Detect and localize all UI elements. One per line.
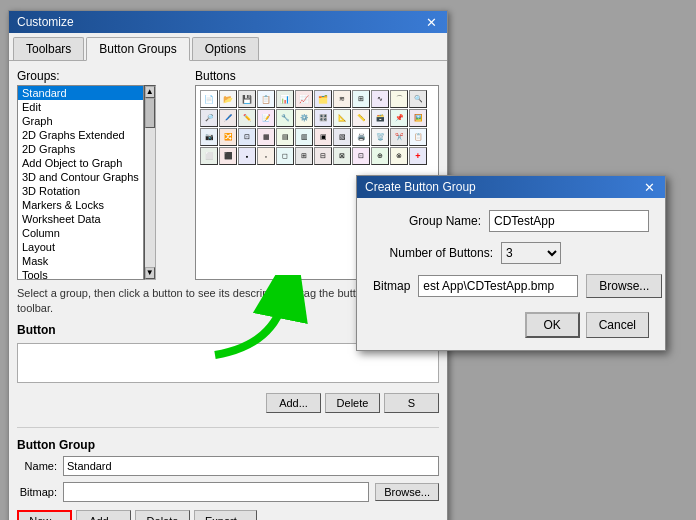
create-cancel-button[interactable]: Cancel <box>586 312 649 338</box>
toolbar-icon-21[interactable]: 📏 <box>352 109 370 127</box>
group-item-graph[interactable]: Graph <box>18 114 143 128</box>
toolbar-icon-42[interactable]: ⊞ <box>295 147 313 165</box>
toolbar-icon-40[interactable]: ▫ <box>257 147 275 165</box>
toolbar-icon-33[interactable]: 🖨️ <box>352 128 370 146</box>
group-item-add-object[interactable]: Add Object to Graph <box>18 156 143 170</box>
toolbar-icon-11[interactable]: ⌒ <box>390 90 408 108</box>
toolbar-icon-32[interactable]: ▧ <box>333 128 351 146</box>
toolbar-icon-35[interactable]: ✂️ <box>390 128 408 146</box>
group-item-markers[interactable]: Markers & Locks <box>18 198 143 212</box>
groups-listbox[interactable]: Standard Edit Graph 2D Graphs Extended 2… <box>17 85 144 280</box>
group-item-standard[interactable]: Standard <box>18 86 143 100</box>
toolbar-icon-13[interactable]: 🔎 <box>200 109 218 127</box>
toolbar-icon-43[interactable]: ⊟ <box>314 147 332 165</box>
delete-group-button[interactable]: Delete <box>135 510 190 520</box>
create-bitmap-input[interactable] <box>418 275 578 297</box>
toolbar-icon-6[interactable]: 📈 <box>295 90 313 108</box>
toolbar-icon-26[interactable]: 🔀 <box>219 128 237 146</box>
create-ok-button[interactable]: OK <box>525 312 580 338</box>
group-item-worksheet[interactable]: Worksheet Data <box>18 212 143 226</box>
create-group-name-input[interactable] <box>489 210 649 232</box>
toolbar-icon-22[interactable]: 🗃️ <box>371 109 389 127</box>
group-item-edit[interactable]: Edit <box>18 100 143 114</box>
toolbar-icon-38[interactable]: ⬛ <box>219 147 237 165</box>
group-item-column[interactable]: Column <box>18 226 143 240</box>
button-group-label: Button Group <box>17 438 439 452</box>
add-group-button[interactable]: Add... <box>76 510 131 520</box>
create-group-name-row: Group Name: <box>373 210 649 232</box>
toolbar-icon-30[interactable]: ▥ <box>295 128 313 146</box>
toolbar-icon-45[interactable]: ⊡ <box>352 147 370 165</box>
groups-scrollbar[interactable]: ▲ ▼ <box>144 85 156 280</box>
tab-toolbars[interactable]: Toolbars <box>13 37 84 60</box>
new-button[interactable]: New... <box>17 510 72 520</box>
toolbar-icon-27[interactable]: ⊡ <box>238 128 256 146</box>
toolbar-icon-7[interactable]: 🗂️ <box>314 90 332 108</box>
create-ok-cancel-row: OK Cancel <box>373 312 649 338</box>
customize-title: Customize <box>17 15 74 29</box>
toolbar-icon-3[interactable]: 💾 <box>238 90 256 108</box>
customize-close-button[interactable]: ✕ <box>424 16 439 29</box>
toolbar-icon-41[interactable]: ◻ <box>276 147 294 165</box>
delete-button-btn[interactable]: Delete <box>325 393 380 413</box>
toolbar-icon-34[interactable]: 🗑️ <box>371 128 389 146</box>
toolbar-icon-36[interactable]: 📋 <box>409 128 427 146</box>
toolbar-icon-46[interactable]: ⊕ <box>371 147 389 165</box>
button-group-section: Button Group Name: Bitmap: Browse... <box>17 438 439 504</box>
toolbar-icon-39[interactable]: ▪ <box>238 147 256 165</box>
create-button-group-dialog: Create Button Group ✕ Group Name: Number… <box>356 175 666 351</box>
toolbar-icon-2[interactable]: 📂 <box>219 90 237 108</box>
bitmap-field-row: Bitmap: Browse... <box>17 482 439 502</box>
name-input[interactable] <box>63 456 439 476</box>
add-delete-row: Add... Delete S <box>17 393 439 413</box>
action-buttons-row: New... Add... Delete Export... <box>17 510 439 520</box>
toolbar-icon-29[interactable]: ▤ <box>276 128 294 146</box>
tab-options[interactable]: Options <box>192 37 259 60</box>
bitmap-input[interactable] <box>63 482 369 502</box>
bitmap-browse-button[interactable]: Browse... <box>375 483 439 501</box>
toolbar-icon-17[interactable]: 🔧 <box>276 109 294 127</box>
toolbar-icon-12[interactable]: 🔍 <box>409 90 427 108</box>
tab-button-groups[interactable]: Button Groups <box>86 37 189 61</box>
toolbar-icon-44[interactable]: ⊠ <box>333 147 351 165</box>
toolbar-icon-48[interactable]: + <box>409 147 427 165</box>
groups-panel: Groups: Standard Edit Graph 2D Graphs Ex… <box>17 69 187 280</box>
scrollbar-thumb[interactable] <box>145 98 155 128</box>
toolbar-icon-18[interactable]: ⚙️ <box>295 109 313 127</box>
export-button[interactable]: Export... <box>194 510 257 520</box>
toolbar-icon-9[interactable]: ⊞ <box>352 90 370 108</box>
add-button-btn[interactable]: Add... <box>266 393 321 413</box>
toolbar-icon-5[interactable]: 📊 <box>276 90 294 108</box>
group-item-3d-rotation[interactable]: 3D Rotation <box>18 184 143 198</box>
create-titlebar: Create Button Group ✕ <box>357 176 665 198</box>
group-item-2d-graphs[interactable]: 2D Graphs <box>18 142 143 156</box>
toolbar-icon-19[interactable]: 🎛️ <box>314 109 332 127</box>
create-num-buttons-row: Number of Buttons: 3 1 2 4 5 <box>373 242 649 264</box>
toolbar-icon-25[interactable]: 📷 <box>200 128 218 146</box>
toolbar-icon-15[interactable]: ✏️ <box>238 109 256 127</box>
toolbar-icon-31[interactable]: ▣ <box>314 128 332 146</box>
group-item-3d-contour[interactable]: 3D and Contour Graphs <box>18 170 143 184</box>
create-close-button[interactable]: ✕ <box>642 181 657 194</box>
group-item-tools[interactable]: Tools <box>18 268 143 280</box>
toolbar-icon-47[interactable]: ⊗ <box>390 147 408 165</box>
s-button-btn[interactable]: S <box>384 393 439 413</box>
toolbar-icon-14[interactable]: 🖊️ <box>219 109 237 127</box>
toolbar-icon-20[interactable]: 📐 <box>333 109 351 127</box>
toolbar-icon-24[interactable]: 🖼️ <box>409 109 427 127</box>
create-num-buttons-select[interactable]: 3 1 2 4 5 <box>501 242 561 264</box>
customize-titlebar: Customize ✕ <box>9 11 447 33</box>
name-field-row: Name: <box>17 456 439 476</box>
group-item-layout[interactable]: Layout <box>18 240 143 254</box>
toolbar-icon-28[interactable]: ▦ <box>257 128 275 146</box>
toolbar-icon-10[interactable]: ∿ <box>371 90 389 108</box>
toolbar-icon-1[interactable]: 📄 <box>200 90 218 108</box>
group-item-mask[interactable]: Mask <box>18 254 143 268</box>
toolbar-icon-37[interactable]: ⬜ <box>200 147 218 165</box>
create-browse-button[interactable]: Browse... <box>586 274 662 298</box>
toolbar-icon-4[interactable]: 📋 <box>257 90 275 108</box>
toolbar-icon-8[interactable]: ≋ <box>333 90 351 108</box>
group-item-2d-extended[interactable]: 2D Graphs Extended <box>18 128 143 142</box>
toolbar-icon-16[interactable]: 📝 <box>257 109 275 127</box>
toolbar-icon-23[interactable]: 📌 <box>390 109 408 127</box>
